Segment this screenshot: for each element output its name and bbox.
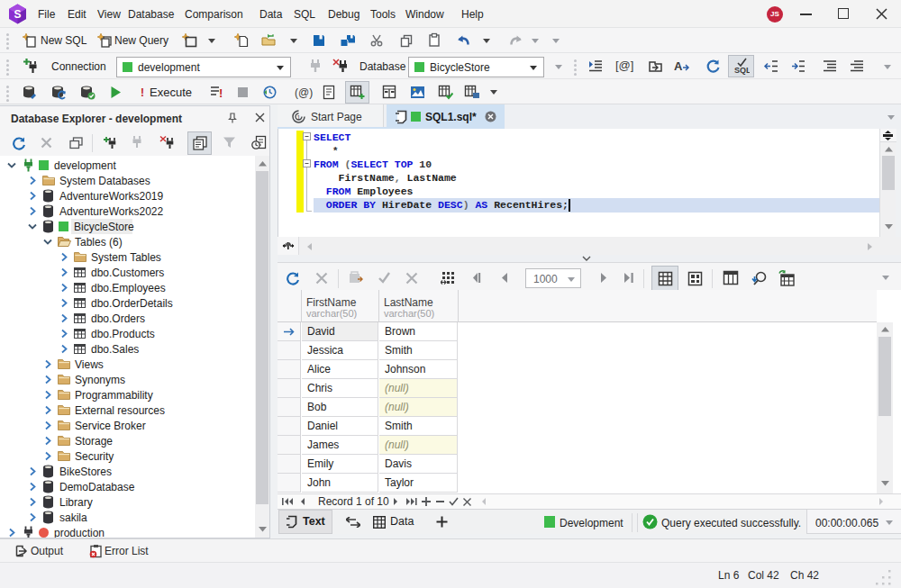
- svg-text:(@): (@): [295, 86, 313, 99]
- svg-text:SQL: SQL: [734, 66, 750, 75]
- svg-text:1: 1: [297, 114, 301, 121]
- svg-text:!: !: [219, 86, 223, 99]
- svg-text:A: A: [674, 59, 683, 73]
- svg-text:S: S: [14, 8, 21, 21]
